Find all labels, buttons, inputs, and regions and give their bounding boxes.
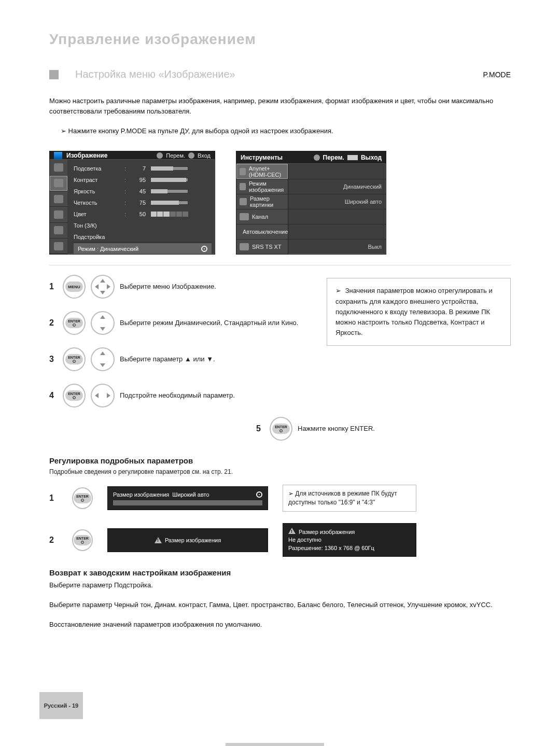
dpad-updown[interactable] (91, 311, 115, 335)
reset-heading: Возврат к заводским настройкам изображен… (49, 568, 511, 577)
step-number: 2 (49, 318, 55, 328)
hint-text: ➢ Нажмите кнопку P.MODE на пульте ДУ, дл… (61, 126, 511, 136)
reset-after: Восстановление значений параметров изобр… (49, 620, 511, 630)
tool-label: Размер картинки (250, 195, 285, 208)
tool-label: SRS TS XT (252, 244, 282, 250)
tool-icon (240, 243, 249, 250)
osd-item-label: Контраст (74, 177, 119, 183)
tool-value (288, 224, 386, 239)
enter-button[interactable]: ENTER (72, 487, 93, 509)
osd-bottom-hint: Режим : Динамический (74, 243, 212, 254)
step-2: 2 ENTER Выберите режим Динамический, Ста… (49, 311, 311, 335)
params-subtext: Подробные сведения о регулировке парамет… (49, 468, 511, 475)
params-step-2: 2 ENTER Размер изображения Размер изобра… (49, 523, 511, 557)
exit-icon (347, 155, 358, 160)
osd-item-label: Тон (З/К) (74, 222, 119, 229)
warning-icon (155, 537, 162, 543)
osd-item-value: 45 (131, 188, 146, 194)
osd-right-title: Инструменты (241, 154, 283, 161)
step-text: Выберите меню Изображение. (120, 282, 216, 292)
warning-icon (288, 528, 296, 534)
osd-picture-menu: Изображение Перем. Вход (49, 151, 215, 255)
tool-value: Широкий авто (288, 194, 386, 209)
params-step-1: 1 ENTER Размер изображения Широкий авто … (49, 485, 511, 512)
osd-hint-left: Режим : Динамический (78, 246, 138, 252)
osd-bar-value: Широкий авто (172, 491, 209, 498)
side-icon (54, 226, 63, 234)
slider-bar (151, 189, 188, 193)
dpad-4way[interactable] (91, 275, 115, 299)
step-number: 2 (49, 536, 55, 545)
small-note: ➢ Для источников в режиме ПК будут досту… (283, 485, 416, 512)
enter-button[interactable]: ENTER (63, 311, 86, 335)
step-number: 5 (256, 424, 262, 433)
osd-left-title: Изображение (66, 152, 107, 159)
section-bullet-icon (49, 70, 59, 79)
menu-button[interactable]: MENU (63, 275, 86, 299)
warning-line: Не доступно (288, 536, 411, 544)
osd-item-label: Яркость (74, 188, 119, 194)
warning-text: Размер изображения (165, 537, 221, 543)
footer-sliver (226, 743, 324, 746)
segment-bar (151, 212, 188, 217)
side-icon (54, 195, 63, 203)
enter-button[interactable]: ENTER (270, 417, 292, 441)
osd-move-label: Перем. (166, 152, 185, 159)
dpad-leftright[interactable] (91, 384, 115, 407)
osd-item: Тон (З/К) (74, 220, 212, 231)
osd-move-label: Перем. (323, 154, 344, 161)
page-title: Управление изображением (49, 31, 511, 48)
osd-item-value: 95 (131, 177, 146, 183)
tool-icon (240, 183, 246, 190)
osd-item: Контраст: 95 (74, 174, 212, 186)
params-line2: Выберите параметр Черный тон, Динам. кон… (49, 600, 511, 610)
tool-icon (240, 198, 247, 205)
enter-circle-icon (256, 491, 262, 498)
enter-button[interactable]: ENTER (72, 529, 93, 551)
dpad-updown[interactable] (91, 347, 115, 371)
enter-button[interactable]: ENTER (63, 347, 86, 371)
osd-item-value: 7 (131, 165, 146, 172)
osd-item-value: 75 (131, 200, 146, 206)
section-heading: Настройка меню «Изображение» (75, 68, 235, 80)
slider-bar (151, 166, 188, 171)
tool-value: Выкл (288, 239, 386, 254)
tool-label: Режим изображения (249, 180, 285, 193)
osd-item-label: Четкость (74, 200, 119, 206)
tool-value (288, 164, 386, 179)
step-text: Подстройте необходимый параметр. (120, 391, 235, 401)
step-number: 4 (49, 391, 55, 400)
osd-bar-title: Размер изображения (113, 491, 169, 498)
tool-item: Автовыключение (236, 224, 288, 239)
tv-icon (54, 152, 62, 159)
move-icon (314, 154, 320, 161)
warning-line: Разрешение: 1360 x 768 @ 60Гц (288, 544, 411, 552)
step-text: Выберите режим Динамический, Стандартный… (120, 318, 298, 328)
tool-value (288, 209, 386, 224)
side-icon (54, 210, 63, 219)
step-1: 1 MENU Выберите меню Изображение. (49, 275, 311, 299)
params-line1: Выберите параметр Подстройка. (49, 580, 511, 590)
intro-text: Можно настроить различные параметры изоб… (49, 96, 511, 117)
side-icon (54, 163, 63, 172)
tool-label: Автовыключение (243, 229, 288, 235)
step-text: Выберите параметр ▲ или ▼. (120, 355, 215, 364)
note-arrow-icon: ➢ (335, 286, 341, 296)
osd-enter-label: Вход (198, 152, 211, 159)
step-number: 1 (49, 494, 55, 503)
tool-icon (240, 213, 249, 220)
osd-warning-detail: Размер изображения Не доступно Разрешени… (283, 523, 416, 557)
osd-tools-menu: Инструменты Перем. Выход Anynet+ (HDMI-C… (236, 151, 386, 255)
side-icon (54, 179, 63, 187)
tool-item: SRS TS XT (236, 239, 288, 254)
step-number: 3 (49, 355, 55, 364)
enter-circle-icon (201, 246, 207, 252)
enter-button[interactable]: ENTER (63, 384, 86, 407)
enter-icon (188, 152, 194, 159)
osd-item: Цвет: 50 (74, 208, 212, 220)
pmode-label: P.MODE (483, 71, 511, 79)
osd-item-label: Подсветка (74, 165, 119, 172)
note-text: Значения параметров можно отрегулировать… (335, 287, 493, 336)
osd-exit-label: Выход (361, 154, 382, 161)
step-4: 4 ENTER Подстройте необходимый параметр. (49, 384, 311, 407)
